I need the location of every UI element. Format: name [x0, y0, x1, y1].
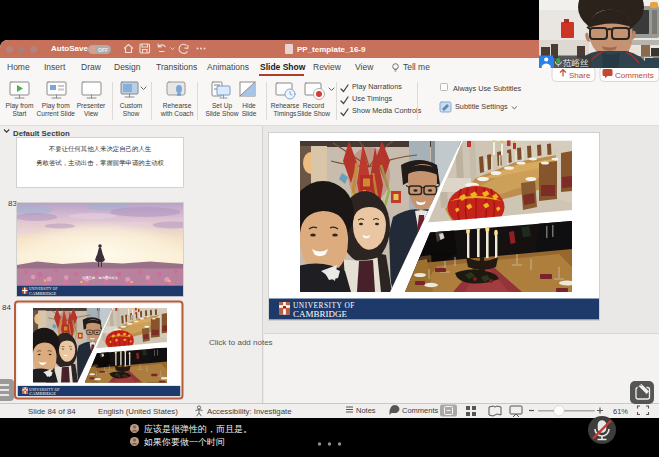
svg-text:Comments: Comments: [402, 406, 439, 415]
svg-text:应该是很弹性的，而且是。: 应该是很弹性的，而且是。: [144, 424, 252, 434]
svg-text:Share: Share: [569, 71, 591, 80]
svg-text:不要让任何其他人来决定自己的人生: 不要让任何其他人来决定自己的人生: [48, 145, 152, 153]
svg-text:如果你要做一个时间: 如果你要做一个时间: [143, 437, 225, 447]
svg-text:61%: 61%: [613, 407, 628, 416]
svg-text:勇敢尝试，主动出击，掌握留学申请的主动权: 勇敢尝试，主动出击，掌握留学申请的主动权: [36, 159, 164, 167]
svg-text:Notes: Notes: [356, 406, 376, 415]
svg-text:范峪丝: 范峪丝: [563, 58, 589, 68]
svg-text:Comments: Comments: [615, 71, 654, 80]
